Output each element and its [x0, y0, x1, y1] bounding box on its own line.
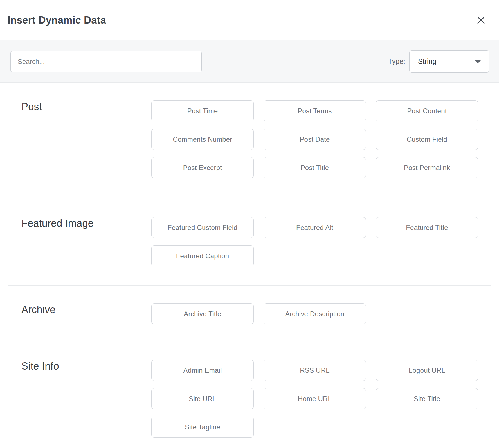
section-heading: Site Info — [21, 360, 59, 372]
close-icon — [477, 16, 485, 24]
dynamic-tag-button-post-content[interactable]: Post Content — [376, 100, 478, 121]
section-grid: Admin EmailRSS URLLogout URLSite URLHome… — [151, 342, 478, 438]
dynamic-tag-button-featured-alt[interactable]: Featured Alt — [264, 217, 366, 238]
dynamic-tag-button-admin-email[interactable]: Admin Email — [151, 360, 254, 381]
dynamic-tag-button-comments-number[interactable]: Comments Number — [151, 129, 254, 150]
sections: Post Post TimePost TermsPost ContentComm… — [0, 83, 499, 448]
dynamic-tag-button-post-terms[interactable]: Post Terms — [264, 100, 366, 121]
section-featured-image: Featured Image Featured Custom FieldFeat… — [0, 199, 499, 285]
section-grid: Featured Custom FieldFeatured AltFeature… — [151, 199, 478, 266]
dialog-header: Insert Dynamic Data — [0, 0, 499, 40]
section-site-info: Site Info Admin EmailRSS URLLogout URLSi… — [0, 342, 499, 448]
section-heading: Archive — [21, 304, 55, 316]
dynamic-tag-button-archive-description[interactable]: Archive Description — [264, 303, 366, 324]
dynamic-tag-button-site-tagline[interactable]: Site Tagline — [151, 417, 254, 438]
dynamic-tag-button-post-time[interactable]: Post Time — [151, 100, 254, 121]
type-select[interactable]: String — [409, 50, 489, 73]
type-filter-group: Type: String — [388, 50, 489, 73]
dynamic-tag-button-archive-title[interactable]: Archive Title — [151, 303, 254, 324]
section-heading: Post — [21, 101, 42, 113]
dynamic-tag-button-featured-caption[interactable]: Featured Caption — [151, 245, 254, 266]
close-button[interactable] — [475, 14, 487, 26]
dynamic-tag-button-post-permalink[interactable]: Post Permalink — [376, 157, 478, 178]
dynamic-tag-button-rss-url[interactable]: RSS URL — [264, 360, 366, 381]
section-heading: Featured Image — [21, 218, 94, 229]
type-label: Type: — [388, 57, 405, 65]
dynamic-tag-button-post-date[interactable]: Post Date — [264, 129, 366, 150]
section-post: Post Post TimePost TermsPost ContentComm… — [0, 83, 499, 199]
toolbar: Type: String — [0, 40, 499, 83]
search-input[interactable] — [10, 51, 202, 72]
dynamic-tag-button-post-excerpt[interactable]: Post Excerpt — [151, 157, 254, 178]
dynamic-tag-button-featured-custom-field[interactable]: Featured Custom Field — [151, 217, 254, 238]
dynamic-tag-button-featured-title[interactable]: Featured Title — [376, 217, 478, 238]
section-grid: Archive TitleArchive Description — [151, 286, 478, 324]
dynamic-tag-button-custom-field[interactable]: Custom Field — [376, 129, 478, 150]
dynamic-tag-button-site-title[interactable]: Site Title — [376, 388, 478, 409]
chevron-down-icon — [475, 60, 481, 63]
dialog-title: Insert Dynamic Data — [8, 14, 106, 26]
dynamic-tag-button-home-url[interactable]: Home URL — [264, 388, 366, 409]
section-archive: Archive Archive TitleArchive Description — [0, 286, 499, 342]
dynamic-tag-button-logout-url[interactable]: Logout URL — [376, 360, 478, 381]
section-grid: Post TimePost TermsPost ContentComments … — [151, 83, 478, 178]
type-select-value: String — [418, 57, 436, 65]
dynamic-tag-button-post-title[interactable]: Post Title — [264, 157, 366, 178]
dynamic-tag-button-site-url[interactable]: Site URL — [151, 388, 254, 409]
